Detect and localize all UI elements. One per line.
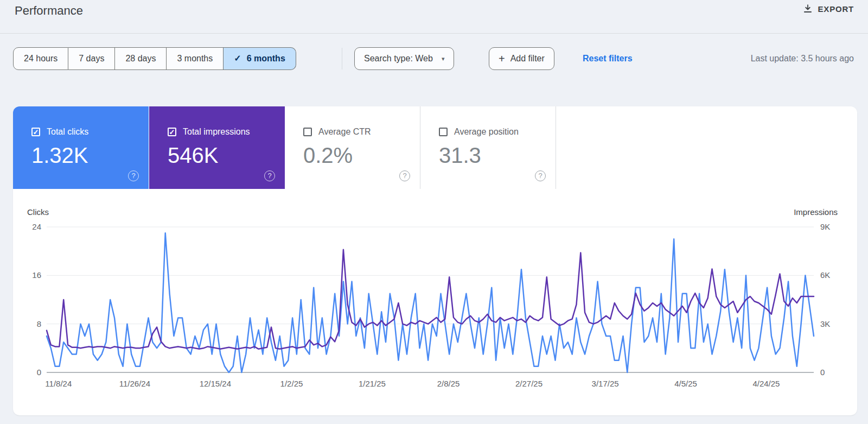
range-6-months[interactable]: ✓6 months xyxy=(224,47,296,70)
download-icon xyxy=(803,4,813,14)
x-tick-label: 3/17/25 xyxy=(592,379,619,388)
x-tick-label: 11/26/24 xyxy=(119,379,150,388)
metric-card-total-impressions[interactable]: ✓ Total impressions 546K ? xyxy=(149,106,285,189)
range-7-days[interactable]: 7 days xyxy=(68,47,115,70)
help-icon[interactable]: ? xyxy=(128,170,139,181)
metric-card-total-clicks[interactable]: ✓ Total clicks 1.32K ? xyxy=(13,106,149,189)
left-tick-label: 8 xyxy=(37,319,41,328)
add-filter-label: Add filter xyxy=(510,48,545,69)
search-type-dropdown[interactable]: Search type: Web ▾ xyxy=(354,47,454,70)
checkbox-total-impressions[interactable]: ✓ xyxy=(168,128,176,136)
date-range-group: 24 hours 7 days 28 days 3 months ✓6 mont… xyxy=(13,47,296,70)
metric-label: Average CTR xyxy=(318,127,371,137)
help-icon[interactable]: ? xyxy=(264,170,275,181)
range-28-days[interactable]: 28 days xyxy=(115,47,167,70)
range-label: 3 months xyxy=(177,54,213,63)
add-filter-button[interactable]: + Add filter xyxy=(489,47,554,70)
right-tick-label: 0 xyxy=(820,368,825,377)
help-icon[interactable]: ? xyxy=(535,170,546,181)
x-tick-label: 12/15/24 xyxy=(200,379,231,388)
check-icon: ✓ xyxy=(234,54,241,63)
right-axis-title: Impressions xyxy=(794,207,838,217)
metric-card-average-ctr[interactable]: Average CTR 0.2% ? xyxy=(285,106,420,189)
metric-value: 31.3 xyxy=(439,143,556,168)
metric-label: Average position xyxy=(454,127,519,137)
performance-chart: ClicksImpressions0083K166K249K11/8/2411/… xyxy=(13,205,857,401)
metric-label: Total clicks xyxy=(47,127,88,137)
export-label: EXPORT xyxy=(818,4,854,14)
metric-card-average-position[interactable]: Average position 31.3 ? xyxy=(420,106,556,189)
chevron-down-icon: ▾ xyxy=(442,48,445,69)
range-24-hours[interactable]: 24 hours xyxy=(13,47,68,70)
x-tick-label: 2/8/25 xyxy=(437,379,460,388)
metric-value: 546K xyxy=(168,143,285,168)
left-tick-label: 0 xyxy=(37,368,41,377)
right-tick-label: 9K xyxy=(820,222,830,231)
x-tick-label: 1/2/25 xyxy=(280,379,303,388)
left-tick-label: 16 xyxy=(32,270,41,280)
right-tick-label: 3K xyxy=(820,319,830,328)
last-update-text: Last update: 3.5 hours ago xyxy=(751,47,854,70)
x-tick-label: 2/27/25 xyxy=(515,379,542,388)
x-tick-label: 1/21/25 xyxy=(359,379,386,388)
metric-label: Total impressions xyxy=(183,127,250,137)
x-tick-label: 11/8/24 xyxy=(45,379,72,388)
performance-panel: ✓ Total clicks 1.32K ? ✓ Total impressio… xyxy=(13,106,857,415)
range-label: 6 months xyxy=(247,54,285,63)
range-label: 7 days xyxy=(79,54,104,63)
checkbox-average-position[interactable] xyxy=(439,128,448,136)
left-tick-label: 24 xyxy=(32,222,41,231)
line-chart-svg: ClicksImpressions0083K166K249K11/8/2411/… xyxy=(13,205,857,401)
vertical-divider xyxy=(342,48,342,69)
range-label: 24 hours xyxy=(24,54,58,63)
left-axis-title: Clicks xyxy=(27,207,49,217)
checkbox-average-ctr[interactable] xyxy=(303,128,312,136)
export-button[interactable]: EXPORT xyxy=(803,4,854,14)
header-divider xyxy=(0,33,868,34)
metric-value: 0.2% xyxy=(303,143,420,168)
search-type-label: Search type: Web xyxy=(364,48,433,69)
checkbox-total-clicks[interactable]: ✓ xyxy=(31,128,40,136)
range-label: 28 days xyxy=(125,54,156,63)
metric-cards: ✓ Total clicks 1.32K ? ✓ Total impressio… xyxy=(13,106,857,189)
range-3-months[interactable]: 3 months xyxy=(167,47,224,70)
plus-icon: + xyxy=(499,48,505,69)
x-tick-label: 4/24/25 xyxy=(752,379,780,388)
reset-filters-link[interactable]: Reset filters xyxy=(583,47,633,70)
x-tick-label: 4/5/25 xyxy=(674,379,697,388)
right-tick-label: 6K xyxy=(820,270,830,280)
metric-value: 1.32K xyxy=(31,143,149,168)
page-title: Performance xyxy=(15,4,83,18)
help-icon[interactable]: ? xyxy=(399,170,410,181)
filter-bar: 24 hours 7 days 28 days 3 months ✓6 mont… xyxy=(0,47,868,70)
